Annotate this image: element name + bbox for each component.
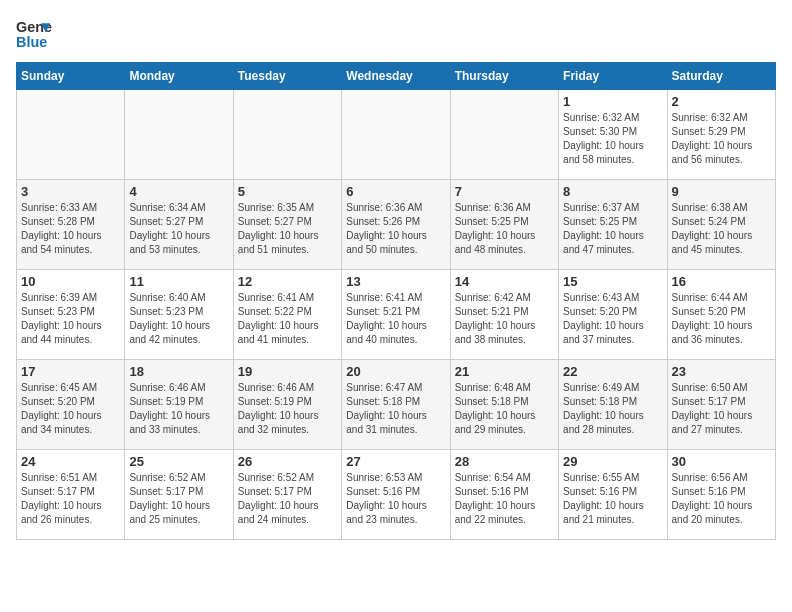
svg-text:Blue: Blue <box>16 34 47 50</box>
day-number: 12 <box>238 274 337 289</box>
calendar-cell <box>233 90 341 180</box>
day-info: Sunrise: 6:40 AMSunset: 5:23 PMDaylight:… <box>129 291 228 347</box>
calendar-cell <box>125 90 233 180</box>
day-info: Sunrise: 6:41 AMSunset: 5:21 PMDaylight:… <box>346 291 445 347</box>
day-info: Sunrise: 6:32 AMSunset: 5:30 PMDaylight:… <box>563 111 662 167</box>
calendar-cell: 7Sunrise: 6:36 AMSunset: 5:25 PMDaylight… <box>450 180 558 270</box>
calendar-cell: 5Sunrise: 6:35 AMSunset: 5:27 PMDaylight… <box>233 180 341 270</box>
calendar-cell: 28Sunrise: 6:54 AMSunset: 5:16 PMDayligh… <box>450 450 558 540</box>
day-number: 7 <box>455 184 554 199</box>
day-number: 17 <box>21 364 120 379</box>
day-info: Sunrise: 6:42 AMSunset: 5:21 PMDaylight:… <box>455 291 554 347</box>
day-number: 5 <box>238 184 337 199</box>
day-info: Sunrise: 6:32 AMSunset: 5:29 PMDaylight:… <box>672 111 771 167</box>
day-number: 22 <box>563 364 662 379</box>
day-number: 30 <box>672 454 771 469</box>
day-number: 6 <box>346 184 445 199</box>
day-number: 3 <box>21 184 120 199</box>
day-number: 19 <box>238 364 337 379</box>
calendar-cell: 11Sunrise: 6:40 AMSunset: 5:23 PMDayligh… <box>125 270 233 360</box>
calendar-cell: 20Sunrise: 6:47 AMSunset: 5:18 PMDayligh… <box>342 360 450 450</box>
logo: General Blue <box>16 16 52 52</box>
calendar-cell: 8Sunrise: 6:37 AMSunset: 5:25 PMDaylight… <box>559 180 667 270</box>
weekday-header-sunday: Sunday <box>17 63 125 90</box>
day-number: 15 <box>563 274 662 289</box>
day-number: 23 <box>672 364 771 379</box>
weekday-header-wednesday: Wednesday <box>342 63 450 90</box>
day-number: 25 <box>129 454 228 469</box>
day-number: 2 <box>672 94 771 109</box>
calendar-cell: 2Sunrise: 6:32 AMSunset: 5:29 PMDaylight… <box>667 90 775 180</box>
day-number: 27 <box>346 454 445 469</box>
calendar-cell: 3Sunrise: 6:33 AMSunset: 5:28 PMDaylight… <box>17 180 125 270</box>
day-number: 14 <box>455 274 554 289</box>
calendar-cell: 1Sunrise: 6:32 AMSunset: 5:30 PMDaylight… <box>559 90 667 180</box>
calendar-cell: 15Sunrise: 6:43 AMSunset: 5:20 PMDayligh… <box>559 270 667 360</box>
calendar-table: SundayMondayTuesdayWednesdayThursdayFrid… <box>16 62 776 540</box>
day-number: 29 <box>563 454 662 469</box>
calendar-cell <box>450 90 558 180</box>
day-info: Sunrise: 6:52 AMSunset: 5:17 PMDaylight:… <box>238 471 337 527</box>
calendar-cell <box>342 90 450 180</box>
weekday-header-friday: Friday <box>559 63 667 90</box>
weekday-header-tuesday: Tuesday <box>233 63 341 90</box>
calendar-week-4: 17Sunrise: 6:45 AMSunset: 5:20 PMDayligh… <box>17 360 776 450</box>
day-info: Sunrise: 6:41 AMSunset: 5:22 PMDaylight:… <box>238 291 337 347</box>
day-info: Sunrise: 6:38 AMSunset: 5:24 PMDaylight:… <box>672 201 771 257</box>
day-info: Sunrise: 6:48 AMSunset: 5:18 PMDaylight:… <box>455 381 554 437</box>
day-info: Sunrise: 6:51 AMSunset: 5:17 PMDaylight:… <box>21 471 120 527</box>
day-info: Sunrise: 6:43 AMSunset: 5:20 PMDaylight:… <box>563 291 662 347</box>
weekday-header-thursday: Thursday <box>450 63 558 90</box>
day-info: Sunrise: 6:35 AMSunset: 5:27 PMDaylight:… <box>238 201 337 257</box>
day-info: Sunrise: 6:36 AMSunset: 5:26 PMDaylight:… <box>346 201 445 257</box>
calendar-cell: 13Sunrise: 6:41 AMSunset: 5:21 PMDayligh… <box>342 270 450 360</box>
day-info: Sunrise: 6:52 AMSunset: 5:17 PMDaylight:… <box>129 471 228 527</box>
calendar-cell: 27Sunrise: 6:53 AMSunset: 5:16 PMDayligh… <box>342 450 450 540</box>
day-number: 16 <box>672 274 771 289</box>
day-info: Sunrise: 6:37 AMSunset: 5:25 PMDaylight:… <box>563 201 662 257</box>
weekday-header-saturday: Saturday <box>667 63 775 90</box>
day-info: Sunrise: 6:46 AMSunset: 5:19 PMDaylight:… <box>238 381 337 437</box>
day-info: Sunrise: 6:33 AMSunset: 5:28 PMDaylight:… <box>21 201 120 257</box>
day-number: 26 <box>238 454 337 469</box>
day-info: Sunrise: 6:47 AMSunset: 5:18 PMDaylight:… <box>346 381 445 437</box>
day-number: 4 <box>129 184 228 199</box>
calendar-cell: 29Sunrise: 6:55 AMSunset: 5:16 PMDayligh… <box>559 450 667 540</box>
day-number: 10 <box>21 274 120 289</box>
calendar-cell: 19Sunrise: 6:46 AMSunset: 5:19 PMDayligh… <box>233 360 341 450</box>
day-number: 21 <box>455 364 554 379</box>
calendar-cell: 16Sunrise: 6:44 AMSunset: 5:20 PMDayligh… <box>667 270 775 360</box>
day-info: Sunrise: 6:46 AMSunset: 5:19 PMDaylight:… <box>129 381 228 437</box>
day-info: Sunrise: 6:34 AMSunset: 5:27 PMDaylight:… <box>129 201 228 257</box>
calendar-cell: 17Sunrise: 6:45 AMSunset: 5:20 PMDayligh… <box>17 360 125 450</box>
calendar-week-3: 10Sunrise: 6:39 AMSunset: 5:23 PMDayligh… <box>17 270 776 360</box>
calendar-cell: 10Sunrise: 6:39 AMSunset: 5:23 PMDayligh… <box>17 270 125 360</box>
calendar-cell: 24Sunrise: 6:51 AMSunset: 5:17 PMDayligh… <box>17 450 125 540</box>
calendar-cell: 26Sunrise: 6:52 AMSunset: 5:17 PMDayligh… <box>233 450 341 540</box>
calendar-cell: 12Sunrise: 6:41 AMSunset: 5:22 PMDayligh… <box>233 270 341 360</box>
day-number: 18 <box>129 364 228 379</box>
calendar-week-1: 1Sunrise: 6:32 AMSunset: 5:30 PMDaylight… <box>17 90 776 180</box>
day-number: 9 <box>672 184 771 199</box>
day-info: Sunrise: 6:53 AMSunset: 5:16 PMDaylight:… <box>346 471 445 527</box>
day-info: Sunrise: 6:55 AMSunset: 5:16 PMDaylight:… <box>563 471 662 527</box>
weekday-header-row: SundayMondayTuesdayWednesdayThursdayFrid… <box>17 63 776 90</box>
day-number: 13 <box>346 274 445 289</box>
calendar-week-2: 3Sunrise: 6:33 AMSunset: 5:28 PMDaylight… <box>17 180 776 270</box>
calendar-week-5: 24Sunrise: 6:51 AMSunset: 5:17 PMDayligh… <box>17 450 776 540</box>
calendar-cell <box>17 90 125 180</box>
day-number: 20 <box>346 364 445 379</box>
day-info: Sunrise: 6:56 AMSunset: 5:16 PMDaylight:… <box>672 471 771 527</box>
day-info: Sunrise: 6:54 AMSunset: 5:16 PMDaylight:… <box>455 471 554 527</box>
day-number: 24 <box>21 454 120 469</box>
calendar-cell: 25Sunrise: 6:52 AMSunset: 5:17 PMDayligh… <box>125 450 233 540</box>
calendar-cell: 6Sunrise: 6:36 AMSunset: 5:26 PMDaylight… <box>342 180 450 270</box>
calendar-cell: 14Sunrise: 6:42 AMSunset: 5:21 PMDayligh… <box>450 270 558 360</box>
day-info: Sunrise: 6:50 AMSunset: 5:17 PMDaylight:… <box>672 381 771 437</box>
day-number: 28 <box>455 454 554 469</box>
logo-icon: General Blue <box>16 16 52 52</box>
weekday-header-monday: Monday <box>125 63 233 90</box>
day-info: Sunrise: 6:49 AMSunset: 5:18 PMDaylight:… <box>563 381 662 437</box>
day-info: Sunrise: 6:39 AMSunset: 5:23 PMDaylight:… <box>21 291 120 347</box>
calendar-cell: 22Sunrise: 6:49 AMSunset: 5:18 PMDayligh… <box>559 360 667 450</box>
